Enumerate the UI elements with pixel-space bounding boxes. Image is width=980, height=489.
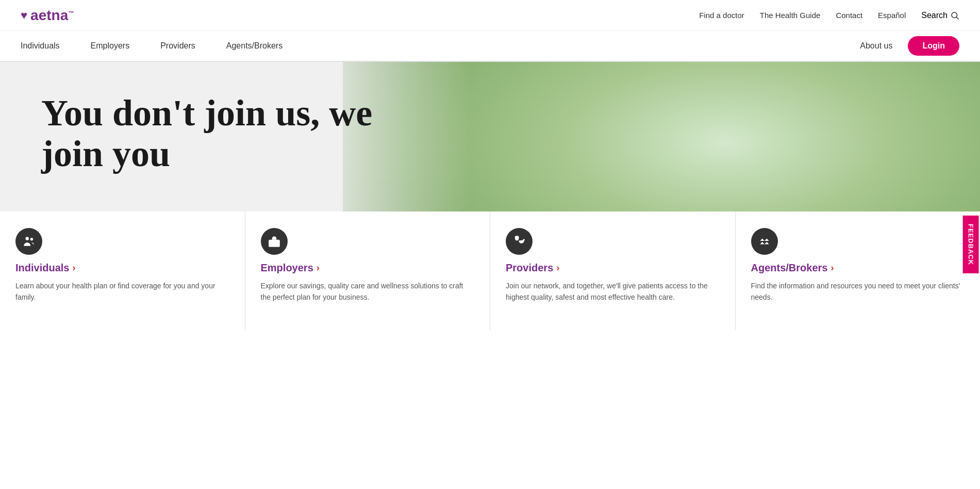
card-agents-brokers-title: Agents/Brokers › [751, 262, 965, 274]
card-providers[interactable]: Providers › Join our network, and togeth… [490, 211, 736, 330]
svg-point-6 [523, 239, 525, 240]
providers-arrow-icon: › [556, 263, 559, 273]
espanol-link[interactable]: Español [878, 11, 906, 20]
logo[interactable]: ♥ aetna™ [21, 7, 74, 24]
card-providers-desc: Join our network, and together, we'll gi… [506, 280, 720, 303]
health-guide-link[interactable]: The Health Guide [760, 11, 821, 20]
nav-individuals[interactable]: Individuals [21, 41, 60, 51]
card-individuals-title: Individuals › [15, 262, 229, 274]
svg-point-0 [952, 12, 957, 18]
main-nav-right: About us Login [860, 36, 959, 56]
card-employers-icon [261, 228, 288, 255]
stethoscope-icon [512, 235, 526, 248]
card-individuals-desc: Learn about your health plan or find cov… [15, 280, 229, 303]
nav-providers[interactable]: Providers [160, 41, 195, 51]
people-icon [22, 235, 36, 248]
main-navigation: Individuals Employers Providers Agents/B… [0, 31, 980, 62]
nav-employers[interactable]: Employers [91, 41, 130, 51]
handshake-icon [758, 235, 771, 248]
card-agents-brokers[interactable]: Agents/Brokers › Find the information an… [736, 211, 981, 330]
search-icon [950, 11, 959, 20]
employers-arrow-icon: › [317, 263, 320, 273]
individuals-arrow-icon: › [72, 263, 75, 273]
hero-section: You don't join us, we join you Individua… [0, 62, 980, 330]
card-providers-title: Providers › [506, 262, 720, 274]
svg-line-1 [956, 17, 958, 19]
logo-heart-icon: ♥ [21, 9, 27, 22]
search-label: Search [921, 11, 948, 20]
card-providers-icon [506, 228, 533, 255]
contact-link[interactable]: Contact [836, 11, 862, 20]
svg-rect-4 [269, 240, 280, 247]
top-nav-links: Find a doctor The Health Guide Contact E… [699, 11, 959, 20]
nav-about-us[interactable]: About us [860, 41, 892, 51]
card-agents-brokers-desc: Find the information and resources you n… [751, 280, 965, 303]
card-employers[interactable]: Employers › Explore our savings, quality… [245, 211, 491, 330]
svg-point-3 [30, 238, 33, 240]
hero-text-area: You don't join us, we join you [41, 93, 392, 174]
card-employers-desc: Explore our savings, quality care and we… [261, 280, 475, 303]
briefcase-icon [268, 235, 281, 248]
hero-headline: You don't join us, we join you [41, 93, 392, 174]
top-navigation: ♥ aetna™ Find a doctor The Health Guide … [0, 0, 980, 31]
nav-agents-brokers[interactable]: Agents/Brokers [226, 41, 283, 51]
login-button[interactable]: Login [908, 36, 959, 56]
card-individuals[interactable]: Individuals › Learn about your health pl… [0, 211, 245, 330]
card-individuals-icon [15, 228, 42, 255]
svg-point-2 [26, 237, 29, 240]
search-area[interactable]: Search [921, 11, 959, 20]
logo-text: aetna™ [30, 7, 74, 24]
cards-section: Individuals › Learn about your health pl… [0, 211, 980, 330]
card-agents-icon [751, 228, 778, 255]
main-nav-links: Individuals Employers Providers Agents/B… [21, 41, 283, 51]
card-employers-title: Employers › [261, 262, 475, 274]
feedback-tab[interactable]: FEEDBACK [962, 216, 978, 273]
agents-arrow-icon: › [830, 263, 834, 273]
find-doctor-link[interactable]: Find a doctor [699, 11, 744, 20]
